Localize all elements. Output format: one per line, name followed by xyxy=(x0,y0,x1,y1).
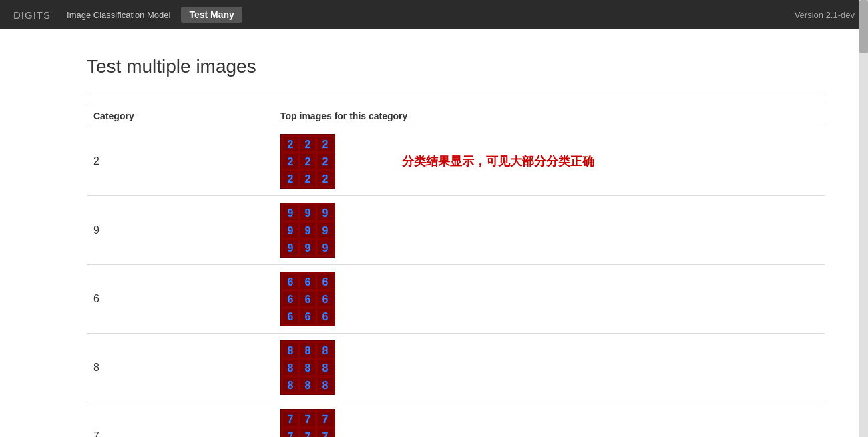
svg-text:9: 9 xyxy=(305,225,311,236)
mnist-digit-cell: 2 xyxy=(300,153,316,169)
mnist-digit-cell: 8 xyxy=(317,342,333,358)
mnist-digit-cell: 2 xyxy=(300,171,316,187)
images-cell: 222222222分类结果显示，可见大部分分类正确 xyxy=(274,127,825,196)
mnist-digit-cell: 9 xyxy=(317,222,333,238)
svg-text:2: 2 xyxy=(305,173,311,185)
svg-text:6: 6 xyxy=(322,294,329,305)
svg-text:9: 9 xyxy=(322,225,329,236)
mnist-digit-cell: 6 xyxy=(317,274,333,290)
svg-text:6: 6 xyxy=(288,294,294,305)
svg-text:6: 6 xyxy=(322,276,329,288)
mnist-digit-cell: 8 xyxy=(300,342,316,358)
mnist-digit-cell: 8 xyxy=(282,360,298,376)
mnist-digit-cell: 9 xyxy=(317,240,333,256)
scrollbar-track[interactable] xyxy=(859,0,868,437)
image-grid: 777777777 xyxy=(280,409,335,437)
page-title: Test multiple images xyxy=(87,56,825,77)
table-row: 6666666666 xyxy=(87,265,825,334)
svg-text:9: 9 xyxy=(322,242,329,254)
title-divider xyxy=(87,91,825,91)
mnist-digit-cell: 2 xyxy=(317,136,333,152)
svg-text:6: 6 xyxy=(288,311,294,322)
svg-text:2: 2 xyxy=(288,173,294,185)
mnist-digit-cell: 6 xyxy=(282,274,298,290)
mnist-digit-cell: 9 xyxy=(300,240,316,256)
table-header-row: Category Top images for this category xyxy=(87,105,825,127)
svg-text:7: 7 xyxy=(322,414,329,425)
main-content: Test multiple images Category Top images… xyxy=(0,29,858,437)
mnist-digit-cell: 6 xyxy=(300,291,316,307)
svg-text:9: 9 xyxy=(288,207,294,219)
table-row: 9999999999 xyxy=(87,196,825,265)
svg-text:7: 7 xyxy=(305,414,311,425)
svg-text:7: 7 xyxy=(288,431,294,437)
svg-text:9: 9 xyxy=(305,207,311,219)
svg-text:8: 8 xyxy=(305,362,311,374)
svg-text:2: 2 xyxy=(305,139,311,150)
svg-text:2: 2 xyxy=(322,156,329,167)
mnist-digit-cell: 9 xyxy=(300,205,316,221)
mnist-digit-cell: 2 xyxy=(300,136,316,152)
svg-text:8: 8 xyxy=(322,380,329,391)
mnist-digit-cell: 7 xyxy=(300,428,316,437)
brand-logo[interactable]: DIGITS xyxy=(13,9,51,21)
scrollbar-thumb[interactable] xyxy=(859,0,868,53)
svg-text:8: 8 xyxy=(322,362,329,374)
category-cell: 9 xyxy=(87,196,274,265)
nav-test-many[interactable]: Test Many xyxy=(181,7,242,23)
table-row: 2222222222分类结果显示，可见大部分分类正确 xyxy=(87,127,825,196)
mnist-digit-cell: 6 xyxy=(282,291,298,307)
images-cell: 777777777 xyxy=(274,402,825,438)
svg-text:6: 6 xyxy=(305,294,311,305)
svg-text:2: 2 xyxy=(288,156,294,167)
images-cell: 888888888 xyxy=(274,334,825,402)
category-cell: 6 xyxy=(87,265,274,334)
category-cell: 7 xyxy=(87,402,274,438)
svg-text:7: 7 xyxy=(305,431,311,437)
mnist-digit-cell: 8 xyxy=(300,360,316,376)
mnist-digit-cell: 6 xyxy=(300,308,316,324)
svg-text:8: 8 xyxy=(305,345,311,356)
mnist-digit-cell: 8 xyxy=(282,377,298,393)
mnist-digit-cell: 8 xyxy=(282,342,298,358)
svg-text:7: 7 xyxy=(288,414,294,425)
mnist-digit-cell: 8 xyxy=(317,377,333,393)
image-grid: 888888888 xyxy=(280,340,335,395)
mnist-digit-cell: 9 xyxy=(282,222,298,238)
mnist-digit-cell: 8 xyxy=(300,377,316,393)
image-grid: 222222222 xyxy=(280,134,335,189)
mnist-digit-cell: 7 xyxy=(300,411,316,427)
mnist-digit-cell: 7 xyxy=(317,411,333,427)
image-grid: 999999999 xyxy=(280,203,335,258)
nav-classification-model[interactable]: Image Classification Model xyxy=(67,10,170,20)
svg-text:8: 8 xyxy=(288,380,294,391)
col-header-images: Top images for this category xyxy=(274,105,825,127)
annotation-text: 分类结果显示，可见大部分分类正确 xyxy=(402,153,594,169)
col-header-category: Category xyxy=(87,105,274,127)
mnist-digit-cell: 2 xyxy=(282,171,298,187)
version-label: Version 2.1-dev xyxy=(795,10,855,20)
mnist-digit-cell: 2 xyxy=(282,136,298,152)
results-table: Category Top images for this category 22… xyxy=(87,105,825,437)
mnist-digit-cell: 7 xyxy=(282,411,298,427)
image-grid: 666666666 xyxy=(280,272,335,326)
mnist-digit-cell: 2 xyxy=(317,171,333,187)
mnist-digit-cell: 6 xyxy=(317,308,333,324)
mnist-digit-cell: 6 xyxy=(300,274,316,290)
mnist-digit-cell: 9 xyxy=(317,205,333,221)
svg-text:8: 8 xyxy=(322,345,329,356)
svg-text:9: 9 xyxy=(305,242,311,254)
mnist-digit-cell: 2 xyxy=(282,153,298,169)
category-cell: 2 xyxy=(87,127,274,196)
mnist-digit-cell: 6 xyxy=(317,291,333,307)
table-row: 7777777777 xyxy=(87,402,825,438)
mnist-digit-cell: 7 xyxy=(317,428,333,437)
images-cell: 666666666 xyxy=(274,265,825,334)
svg-text:8: 8 xyxy=(288,345,294,356)
svg-text:6: 6 xyxy=(288,276,294,288)
svg-text:2: 2 xyxy=(322,139,329,150)
navbar: DIGITS Image Classification Model Test M… xyxy=(0,0,868,29)
images-cell: 999999999 xyxy=(274,196,825,265)
svg-text:6: 6 xyxy=(322,311,329,322)
svg-text:9: 9 xyxy=(322,207,329,219)
